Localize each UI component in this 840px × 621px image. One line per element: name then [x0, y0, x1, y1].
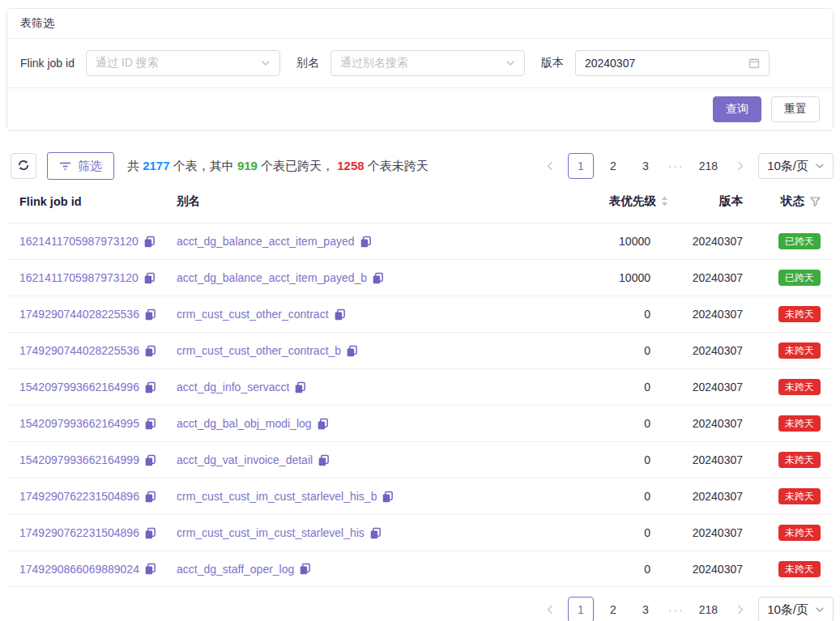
- page-button-2[interactable]: 2: [600, 153, 626, 179]
- flink-job-id-link[interactable]: 1542097993662164995: [19, 417, 139, 430]
- reset-button[interactable]: 重置: [771, 96, 820, 122]
- flink-job-id-link[interactable]: 1542097993662164996: [19, 381, 139, 393]
- copy-icon[interactable]: [144, 381, 156, 393]
- copy-icon[interactable]: [360, 236, 372, 248]
- page-button-3[interactable]: 3: [633, 597, 659, 621]
- header-status[interactable]: 状态: [743, 194, 821, 209]
- alias-link[interactable]: acct_dg_vat_invoice_detail: [177, 453, 313, 466]
- page-button-1[interactable]: 1: [568, 153, 594, 179]
- flink-job-id-link[interactable]: 1749290762231504896: [19, 526, 139, 539]
- flink-job-id-link[interactable]: 1749290762231504896: [19, 490, 139, 503]
- version-value: 20240307: [668, 271, 743, 284]
- alias-link[interactable]: acct_dg_bal_obj_modi_log: [177, 417, 312, 430]
- alias-select[interactable]: 通过别名搜索: [330, 50, 525, 76]
- priority-value: 0: [571, 417, 668, 430]
- page-size-select[interactable]: 10条/页: [758, 597, 834, 621]
- page-size-select[interactable]: 10条/页: [758, 153, 834, 179]
- copy-icon[interactable]: [369, 527, 382, 539]
- version-value: 20240307: [668, 417, 743, 430]
- flink-job-id-select[interactable]: 通过 ID 搜索: [86, 50, 280, 76]
- prev-page-button[interactable]: [539, 153, 561, 179]
- filter-funnel-icon[interactable]: [810, 197, 821, 206]
- alias-link[interactable]: crm_cust_cust_im_cust_starlevel_his: [177, 526, 365, 539]
- total-count: 2177: [143, 159, 169, 172]
- copy-icon[interactable]: [144, 563, 156, 575]
- copy-icon[interactable]: [143, 236, 156, 248]
- page-size-value: 10条/页: [767, 602, 808, 618]
- copy-icon[interactable]: [372, 272, 384, 284]
- status-badge: 未跨天: [778, 306, 821, 322]
- alias-link[interactable]: crm_cust_cust_im_cust_starlevel_his_b: [177, 490, 377, 503]
- alias-link[interactable]: crm_cust_cust_other_contract_b: [177, 344, 341, 357]
- version-value: 20240307: [668, 526, 743, 539]
- copy-icon[interactable]: [144, 345, 156, 357]
- refresh-icon: [17, 159, 30, 174]
- copy-icon[interactable]: [318, 454, 330, 466]
- prev-page-button[interactable]: [539, 597, 561, 621]
- copy-icon[interactable]: [346, 345, 358, 357]
- table-row: 1542097993662164995 acct_dg_bal_obj_modi…: [6, 405, 834, 441]
- version-value: 20240307: [668, 563, 743, 576]
- copy-icon[interactable]: [144, 418, 156, 430]
- sort-icon[interactable]: [661, 196, 668, 206]
- copy-icon[interactable]: [334, 308, 346, 321]
- alias-link[interactable]: acct_dg_info_servacct: [177, 381, 289, 393]
- version-label: 版本: [541, 56, 564, 70]
- copy-icon[interactable]: [294, 381, 306, 393]
- next-page-button[interactable]: [729, 153, 752, 179]
- flink-job-id-link[interactable]: 1542097993662164999: [19, 453, 139, 466]
- summary-text: 个表未跨天: [365, 159, 429, 172]
- copy-icon[interactable]: [144, 491, 156, 503]
- copy-icon[interactable]: [144, 454, 156, 466]
- priority-value: 0: [571, 381, 668, 393]
- search-button[interactable]: 查询: [713, 96, 761, 122]
- version-value: 20240307: [668, 308, 743, 321]
- priority-value: 10000: [571, 271, 668, 284]
- table-row: 1621411705987973120 acct_dg_balance_acct…: [6, 259, 834, 296]
- version-date-input[interactable]: 20240307: [575, 50, 770, 76]
- table-body: 1621411705987973120 acct_dg_balance_acct…: [6, 223, 834, 587]
- page-button-last[interactable]: 218: [694, 153, 723, 179]
- alias-link[interactable]: crm_cust_cust_other_contract: [177, 308, 329, 321]
- chevron-down-icon: [261, 58, 271, 68]
- table-row: 1749290762231504896 crm_cust_cust_im_cus…: [6, 478, 834, 514]
- pagination-bottom: 1 2 3 ··· 218 10条/页: [539, 597, 834, 621]
- summary-text: 个表，其中: [170, 159, 237, 172]
- flink-job-id-link[interactable]: 1621411705987973120: [19, 235, 139, 248]
- header-flink-job-id: Flink job id: [19, 195, 177, 208]
- page-ellipsis[interactable]: ···: [665, 603, 688, 616]
- filter-fields-row: Flink job id 通过 ID 搜索 别名 通过别名搜索: [7, 39, 833, 87]
- table-row: 1749290744028225536 crm_cust_cust_other_…: [6, 296, 834, 332]
- copy-icon[interactable]: [144, 527, 156, 539]
- version-date-value: 20240307: [585, 57, 748, 70]
- copy-icon[interactable]: [299, 563, 311, 575]
- header-alias: 别名: [177, 194, 571, 209]
- page-button-2[interactable]: 2: [600, 597, 626, 621]
- flink-job-id-link[interactable]: 1749290744028225536: [19, 344, 139, 357]
- table-row: 1749290762231504896 crm_cust_cust_im_cus…: [6, 514, 834, 551]
- alias-link[interactable]: acct_dg_balance_acct_item_payed: [177, 235, 355, 248]
- page: 表筛选 Flink job id 通过 ID 搜索 别名 通过别名搜索: [0, 0, 840, 621]
- table-row: 1749290866069889024 acct_dg_staff_oper_l…: [6, 551, 834, 587]
- flink-job-id-link[interactable]: 1749290866069889024: [19, 563, 139, 576]
- header-version: 版本: [668, 194, 743, 209]
- table-row: 1542097993662164996 acct_dg_info_servacc…: [6, 368, 834, 405]
- copy-icon[interactable]: [317, 418, 329, 430]
- flink-job-id-link[interactable]: 1749290744028225536: [19, 308, 139, 321]
- page-button-3[interactable]: 3: [633, 153, 659, 179]
- next-page-button[interactable]: [729, 597, 752, 621]
- alias-link[interactable]: acct_dg_balance_acct_item_payed_b: [177, 271, 367, 284]
- page-ellipsis[interactable]: ···: [665, 160, 688, 172]
- status-badge: 未跨天: [778, 525, 821, 541]
- refresh-button[interactable]: [11, 153, 36, 179]
- page-button-last[interactable]: 218: [694, 597, 723, 621]
- header-priority[interactable]: 表优先级: [571, 194, 668, 209]
- flink-job-id-link[interactable]: 1621411705987973120: [19, 271, 139, 284]
- page-button-1[interactable]: 1: [568, 597, 594, 621]
- filter-popup-button[interactable]: 筛选: [47, 152, 114, 180]
- alias-link[interactable]: acct_dg_staff_oper_log: [177, 563, 294, 576]
- uncrossed-count: 1258: [337, 159, 364, 172]
- copy-icon[interactable]: [143, 272, 156, 284]
- copy-icon[interactable]: [144, 308, 156, 321]
- copy-icon[interactable]: [382, 491, 394, 503]
